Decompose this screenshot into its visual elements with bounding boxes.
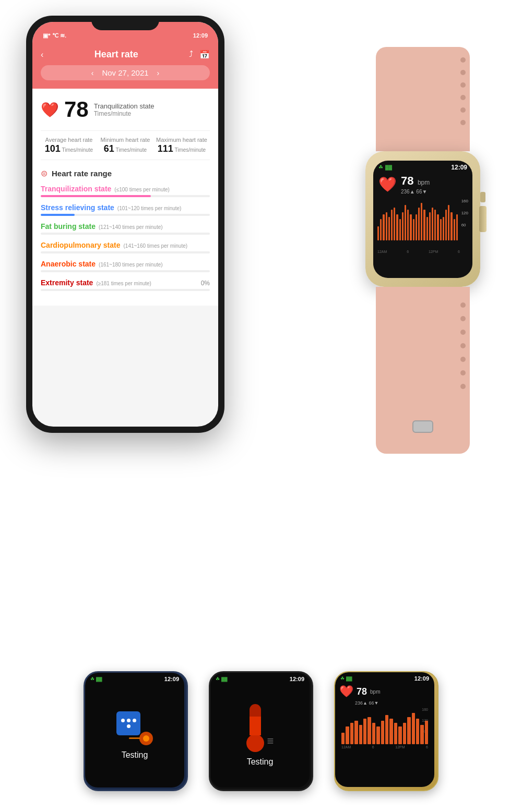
chart-bar	[416, 214, 417, 240]
ws-case-3: ☘ ▓▓ 12:09 ❤️ 78 bpm 236▲ 66▼ 160	[334, 671, 438, 791]
ws-small-unit: bpm	[370, 689, 380, 695]
ws-screen-1: ☘ ▓▓ 12:09	[85, 673, 184, 787]
chart-bar	[381, 721, 384, 744]
ws-small-secondary: 236▲ 66▼	[355, 700, 430, 706]
range-icon: ⊜	[41, 168, 48, 178]
range-name: Anaerobic state	[41, 260, 96, 268]
chart-bar	[418, 208, 420, 240]
extremity-percent: 0%	[201, 280, 210, 287]
chart-bar	[380, 219, 382, 240]
chart-bar	[437, 214, 438, 240]
ws-icons: ☘ ▓▓	[378, 164, 392, 170]
next-date-button[interactable]: ›	[157, 69, 160, 77]
phone-notch	[91, 16, 159, 30]
chart-bar	[367, 717, 371, 745]
watch-case: ☘ ▓▓ 12:09 ❤️ 78 bpm 236▲ 66▼	[365, 151, 480, 287]
max-value: 111	[158, 143, 173, 154]
app-body: ❤️ 78 Tranquilization state Times/minute…	[32, 89, 218, 306]
ws-case-1: ☘ ▓▓ 12:09	[84, 671, 188, 791]
ws-testing-label-2: Testing	[247, 757, 274, 767]
chart-bar	[410, 214, 411, 240]
hr-stats: Average heart rate 101 Times/minute Mini…	[41, 130, 210, 160]
small-watch-testing-thermo: ☘ ▓▓ 12:09 ≡	[209, 671, 313, 791]
ws-time: 12:09	[451, 164, 467, 171]
calendar-icon[interactable]: 📅	[199, 50, 210, 59]
ws-battery-icon: ▓▓	[385, 165, 392, 170]
chart-bar	[396, 214, 398, 240]
range-name: Tranquilization state	[41, 185, 111, 193]
ws-testing-1: Testing	[116, 683, 153, 787]
ws-hr-data: 78 bpm 236▲ 66▼	[401, 174, 430, 195]
thermo-bulb	[246, 734, 264, 752]
chart-bar	[346, 726, 349, 744]
small-watch-testing-bp: ☘ ▓▓ 12:09	[84, 671, 188, 791]
min-label: Minimum heart rate	[97, 136, 153, 143]
watch-button	[480, 192, 485, 202]
top-section: ▣ᵒ ℃ ≋. 12:09 ‹ Heart rate ⤴ 📅 ‹	[0, 16, 522, 485]
chart-bar	[445, 210, 447, 240]
ws-sb-1: ☘ ▓▓ 12:09	[85, 673, 184, 683]
share-icon[interactable]: ⤴	[189, 50, 193, 59]
chart-bar	[376, 726, 379, 744]
ws-small-chart-wrapper: 160 120 40	[339, 708, 430, 744]
date-navigator: ‹ Nov 27, 2021 ›	[41, 65, 210, 80]
ws-wifi-1: ☘	[90, 676, 94, 682]
chart-bar	[372, 723, 375, 744]
prev-date-button[interactable]: ‹	[91, 69, 94, 77]
chart-bar	[434, 210, 436, 240]
status-left: ▣ᵒ ℃ ≋.	[43, 32, 66, 39]
range-item-extremity: Extremity state (≥181 times per minute) …	[41, 278, 210, 291]
thermo-assembly	[246, 704, 264, 752]
chart-bar	[403, 723, 406, 744]
back-icon[interactable]: ‹	[41, 50, 43, 59]
ws-icons-1: ☘ ▓▓	[90, 676, 102, 682]
max-hr-stat: Maximum heart rate 111 Times/minute	[153, 136, 210, 154]
range-item-anaerobic: Anaerobic state (161~180 times per minut…	[41, 260, 210, 272]
chart-bar	[359, 725, 362, 745]
ws-bat-1: ▓▓	[96, 677, 102, 682]
chart-bar	[389, 719, 393, 744]
heart-icon: ❤️	[41, 101, 59, 118]
ws-hr-row: ❤️ 78 bpm 236▲ 66▼	[373, 172, 472, 197]
ws-bat-2: ▓▓	[221, 677, 228, 682]
equals-icon: ≡	[267, 734, 274, 748]
chart-bar	[354, 721, 358, 744]
current-heart-rate: ❤️ 78 Tranquilization state Times/minute	[41, 97, 210, 122]
chart-bar	[394, 208, 395, 240]
bp-connector	[129, 737, 140, 739]
min-hr-stat: Minimum heart rate 61 Times/minute	[97, 136, 153, 154]
ws-testing-label-1: Testing	[122, 750, 148, 760]
small-watch-hr-chart: ☘ ▓▓ 12:09 ❤️ 78 bpm 236▲ 66▼ 160	[334, 671, 438, 791]
ws-screen-2: ☘ ▓▓ 12:09 ≡	[210, 673, 310, 787]
chart-bar	[432, 208, 433, 240]
chart-bar	[425, 721, 428, 744]
ws-hr-small: ❤️ 78 bpm 236▲ 66▼ 160 120 40	[335, 683, 434, 750]
chart-bar	[413, 219, 414, 240]
range-desc: (161~180 times per minute)	[99, 262, 163, 268]
page-title: Heart rate	[94, 49, 138, 60]
watch-buckle	[412, 420, 433, 433]
ws-wifi-icon: ☘	[378, 164, 383, 170]
large-smartwatch: ☘ ▓▓ 12:09 ❤️ 78 bpm 236▲ 66▼	[339, 47, 506, 454]
ws-time-1: 12:09	[164, 676, 179, 682]
ws-icons-2: ☘ ▓▓	[216, 676, 228, 682]
chart-bar	[377, 226, 379, 240]
header-actions: ⤴ 📅	[189, 50, 210, 59]
range-name: Cardiopulmonary state	[41, 241, 120, 249]
chart-bar	[394, 723, 397, 744]
max-label: Maximum heart rate	[153, 136, 210, 143]
app-header: ‹ Heart rate ⤴ 📅 ‹ Nov 27, 2021 ›	[32, 45, 218, 89]
phone-mockup: ▣ᵒ ℃ ≋. 12:09 ‹ Heart rate ⤴ 📅 ‹	[26, 16, 245, 464]
band-holes-bottom	[460, 302, 466, 389]
ws-sb-2: ☘ ▓▓ 12:09	[210, 673, 310, 683]
thermometer-icon: ≡	[246, 704, 274, 752]
bp-box	[116, 711, 140, 735]
ws-time-axis: 12AM 6 12PM 6	[373, 249, 472, 253]
range-desc: (121~140 times per minute)	[99, 224, 163, 230]
chart-bar	[391, 210, 393, 240]
range-title: Heart rate range	[52, 169, 112, 178]
chart-bar	[388, 217, 390, 240]
range-item-cardio: Cardiopulmonary state (141~160 times per…	[41, 241, 210, 253]
bp-gauge-icon	[139, 732, 153, 745]
band-holes-top	[460, 57, 466, 125]
